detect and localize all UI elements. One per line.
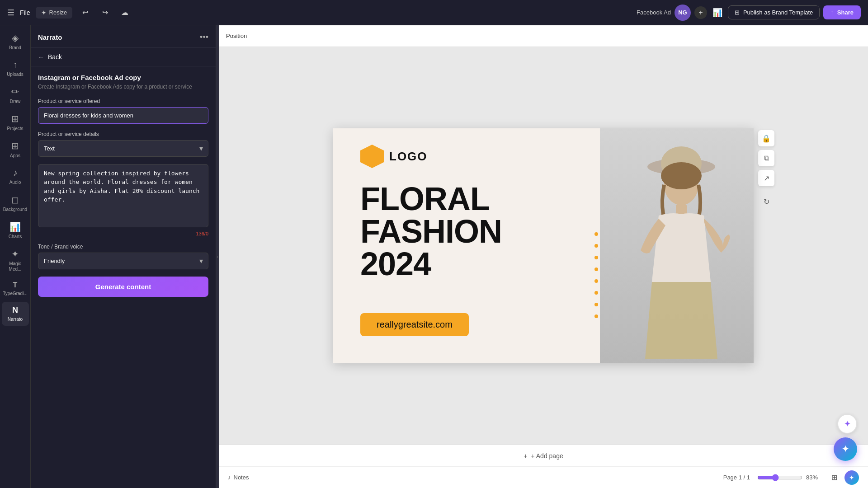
duplicate-icon[interactable]: ⧉	[758, 150, 774, 166]
details-label: Product or service details	[38, 131, 208, 137]
notes-button[interactable]: ♪ Notes	[228, 474, 249, 481]
save-cloud-button[interactable]: ☁	[118, 5, 132, 20]
zoom-bar: 83%	[757, 474, 824, 481]
share-label: Share	[837, 9, 854, 16]
canvas-body: 🔒 ⧉ ↗ ↻ ↻ LOGO	[219, 47, 868, 445]
add-page-bar[interactable]: + + Add page	[219, 445, 868, 466]
sidebar-label-audio: Audio	[9, 180, 21, 185]
canvas-url-button: reallygreatsite.com	[360, 313, 469, 336]
topbar: ☰ File ✦ Resize ↩ ↪ ☁ Facebook Ad NG + 📊…	[0, 0, 868, 25]
textarea-char-count: 136/0	[38, 231, 208, 236]
sidebar-item-charts[interactable]: 📊 Charts	[2, 218, 29, 243]
generate-content-button[interactable]: Generate content	[38, 277, 208, 297]
magic-med-icon: ✦	[11, 249, 19, 259]
magic-fab[interactable]: ✦	[834, 437, 857, 461]
tone-dropdown[interactable]: Friendly Professional Casual Witty	[38, 253, 208, 269]
sidebar-item-typegradi[interactable]: T TypeGradi...	[2, 277, 29, 300]
model-silhouette-svg	[613, 142, 740, 363]
svg-point-3	[661, 162, 702, 189]
details-textarea[interactable]: New spring collection inspired by flower…	[38, 164, 208, 227]
sidebar-item-narrato[interactable]: N Narrato	[2, 302, 29, 326]
sidebar-label-brand: Brand	[9, 45, 21, 51]
add-page-label: + Add page	[531, 452, 563, 460]
add-collaborator-button[interactable]: +	[694, 6, 707, 19]
publish-label: Publish as Brand Template	[743, 9, 813, 16]
panel-section-desc: Create Instagram or Facebook Ads copy fo…	[38, 83, 208, 91]
collapse-arrow-icon: ‹	[217, 254, 218, 259]
panel-more-button[interactable]: •••	[200, 33, 208, 42]
panel-section-title: Instagram or Facebook Ad copy	[38, 74, 208, 81]
sidebar-label-charts: Charts	[9, 234, 22, 239]
product-field-group: Product or service offered	[38, 98, 208, 124]
sidebar-item-draw[interactable]: ✏ Draw	[2, 83, 29, 108]
projects-icon: ⊞	[11, 113, 19, 124]
details-dropdown-wrapper: Text URL File ▾	[38, 140, 208, 157]
sidebar-item-apps[interactable]: ⊞ Apps	[2, 137, 29, 162]
dot	[594, 291, 598, 295]
canvas-headline: FLORAL FASHION 2024	[360, 183, 502, 280]
sidebar-item-brand[interactable]: ◈ Brand	[2, 29, 29, 54]
avatar[interactable]: NG	[675, 5, 691, 21]
sidebar-label-magic-med: Magic Med...	[4, 261, 27, 272]
refresh-canvas-icon[interactable]: ↻	[758, 193, 774, 210]
position-toolbar-item[interactable]: Position	[226, 33, 247, 39]
product-label: Product or service offered	[38, 98, 208, 104]
canvas-area: Position 🔒 ⧉ ↗ ↻ ↻	[219, 25, 868, 488]
zoom-slider[interactable]	[757, 474, 802, 481]
dot	[594, 232, 598, 236]
document-name: Facebook Ad	[637, 9, 671, 16]
sidebar-item-projects[interactable]: ⊞ Projects	[2, 110, 29, 135]
sidebar-label-narrato: Narrato	[8, 317, 23, 322]
brand-icon: ◈	[12, 33, 19, 43]
back-label: Back	[48, 53, 62, 61]
dot	[594, 244, 598, 248]
dot	[594, 303, 598, 306]
resize-label: Resize	[49, 9, 67, 16]
details-dropdown[interactable]: Text URL File	[38, 140, 208, 157]
panel-content: Instagram or Facebook Ad copy Create Ins…	[31, 66, 216, 304]
lock-icon[interactable]: 🔒	[758, 130, 774, 146]
notes-label: Notes	[234, 474, 249, 481]
sidebar-label-projects: Projects	[7, 126, 23, 131]
sidebar-item-audio[interactable]: ♪ Audio	[2, 164, 29, 189]
draw-icon: ✏	[11, 86, 19, 97]
file-menu[interactable]: File	[20, 9, 30, 16]
share-icon: ↑	[830, 9, 834, 16]
sidebar-item-background[interactable]: ◻ Background	[2, 191, 29, 216]
grid-view-button[interactable]: ⊞	[831, 473, 837, 482]
panel-back-button[interactable]: ← Back	[31, 48, 216, 66]
redo-button[interactable]: ↪	[98, 5, 112, 20]
undo-button[interactable]: ↩	[78, 5, 92, 20]
logo-hexagon	[360, 145, 384, 168]
panel-title: Narrato	[38, 33, 62, 41]
publish-brand-template-button[interactable]: ⊞ Publish as Brand Template	[728, 5, 820, 19]
sidebar-label-apps: Apps	[10, 153, 20, 159]
uploads-icon: ↑	[13, 60, 18, 70]
apps-icon: ⊞	[11, 141, 19, 151]
charts-icon: 📊	[9, 221, 21, 232]
canvas-footer: ♪ Notes Page 1 / 1 83% ⊞ ✦	[219, 466, 868, 488]
magic-button[interactable]: ✦	[844, 470, 859, 485]
share-canvas-icon[interactable]: ↗	[758, 170, 774, 186]
product-input[interactable]	[38, 107, 208, 124]
audio-icon: ♪	[13, 168, 18, 178]
dot	[594, 267, 598, 271]
analytics-icon[interactable]: 📊	[712, 8, 722, 18]
canvas-model-image	[600, 128, 754, 363]
ai-assistant-fab[interactable]: ✦	[837, 414, 857, 434]
narrato-icon: N	[12, 305, 18, 315]
resize-icon: ✦	[41, 9, 47, 16]
sidebar-item-magic-med[interactable]: ✦ Magic Med...	[2, 245, 29, 276]
sidebar-label-background: Background	[3, 207, 27, 212]
sidebar-label-draw: Draw	[10, 99, 20, 104]
resize-button[interactable]: ✦ Resize	[36, 7, 73, 19]
sidebar-item-uploads[interactable]: ↑ Uploads	[2, 56, 29, 81]
share-button[interactable]: ↑ Share	[823, 5, 861, 19]
sidebar-icons: ◈ Brand ↑ Uploads ✏ Draw ⊞ Projects ⊞ Ap…	[0, 25, 31, 488]
main-area: ◈ Brand ↑ Uploads ✏ Draw ⊞ Projects ⊞ Ap…	[0, 25, 868, 488]
details-field-group: Product or service details Text URL File…	[38, 131, 208, 157]
back-arrow-icon: ←	[38, 53, 44, 61]
panel-section-heading: Instagram or Facebook Ad copy Create Ins…	[38, 74, 208, 91]
topbar-center: Facebook Ad NG + 📊 ⊞ Publish as Brand Te…	[637, 5, 861, 21]
menu-icon[interactable]: ☰	[7, 8, 14, 18]
